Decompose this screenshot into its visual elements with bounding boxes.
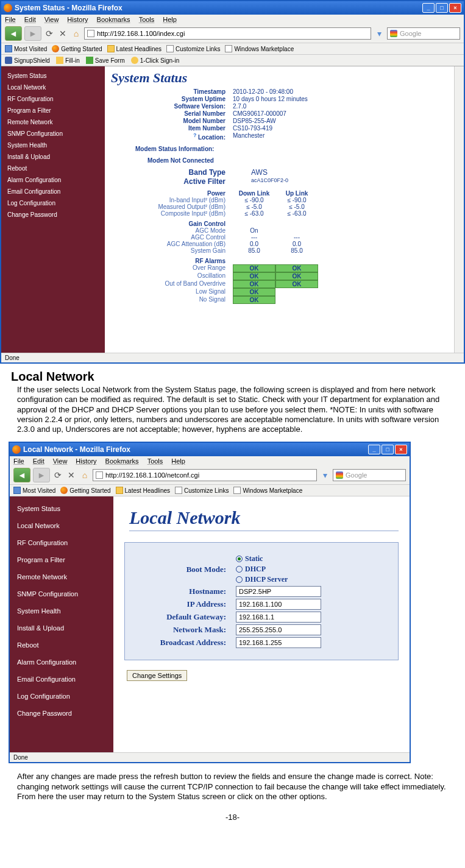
forward-button[interactable]: ► (24, 26, 41, 41)
sidebar-item-rf-config[interactable]: RF Configuration (1, 93, 105, 105)
downlink-hdr: Down Link (233, 190, 275, 197)
menu-file[interactable]: File (5, 16, 16, 23)
minimize-button[interactable]: _ (368, 445, 380, 454)
menu-tools[interactable]: Tools (147, 457, 163, 465)
document-body-2: After any changes are made press the ref… (0, 768, 465, 806)
window-system-status: System Status - Mozilla Firefox _ □ × Fi… (0, 0, 465, 364)
url-input-2[interactable]: http://192.168.1.100/netconf.cgi (93, 469, 317, 481)
sidebar-item-rf-config[interactable]: RF Configuration (10, 534, 113, 551)
sidebar-item-change-password[interactable]: Change Password (10, 705, 113, 722)
menu-edit[interactable]: Edit (24, 16, 36, 23)
stop-icon[interactable]: ✕ (57, 28, 68, 39)
search-input[interactable]: Google (387, 27, 460, 40)
bm-1click[interactable]: 1-Click Sign-in (131, 57, 179, 64)
band-label: Band Type (111, 168, 233, 177)
sidebar-item-system-health[interactable]: System Health (1, 139, 105, 151)
form-field-input[interactable]: 192.168.1.100 (236, 599, 321, 610)
gain-row-uplink: 0.0 (275, 241, 318, 247)
forward-button[interactable]: ► (33, 468, 50, 482)
bm-most-visited[interactable]: Most Visited (13, 487, 55, 494)
change-settings-button[interactable]: Change Settings (127, 670, 187, 681)
menu-bookmarks[interactable]: Bookmarks (97, 16, 130, 23)
form-field-input[interactable]: 255.255.255.0 (236, 624, 321, 635)
sidebar-item-email-config[interactable]: Email Configuration (10, 671, 113, 688)
radio-static[interactable]: Static (236, 554, 288, 563)
sidebar-item-reboot[interactable]: Reboot (10, 637, 113, 654)
form-field-input[interactable]: DSP2.5HP (236, 586, 321, 597)
sidebar-item-change-password[interactable]: Change Password (1, 209, 105, 221)
sidebar-item-alarm-config[interactable]: Alarm Configuration (1, 174, 105, 186)
vertical-scrollbar[interactable] (454, 66, 464, 353)
close-button[interactable]: × (395, 445, 407, 454)
swver-value: 2.7.0 (233, 103, 246, 110)
sidebar-item-system-status[interactable]: System Status (10, 500, 113, 517)
form-field-input[interactable]: 192.168.1.1 (236, 612, 321, 623)
menu-history[interactable]: History (67, 16, 88, 23)
uptime-label: System Uptime (111, 96, 233, 102)
sidebar-item-remote-network[interactable]: Remote Network (1, 116, 105, 128)
sidebar-item-reboot[interactable]: Reboot (1, 163, 105, 174)
maximize-button[interactable]: □ (436, 3, 448, 13)
close-button[interactable]: × (449, 3, 461, 13)
power-row-downlink: ≤ -5.0 (233, 203, 275, 210)
sidebar-item-alarm-config[interactable]: Alarm Configuration (10, 654, 113, 671)
sidebar-item-local-network[interactable]: Local Network (1, 82, 105, 93)
radio-icon (236, 556, 243, 562)
form-field-input[interactable]: 192.168.1.255 (236, 637, 321, 648)
bm-most-visited[interactable]: Most Visited (5, 45, 47, 52)
sidebar-item-program-filter[interactable]: Program a Filter (1, 105, 105, 116)
feed-icon[interactable]: ▾ (374, 28, 385, 39)
menu-tools[interactable]: Tools (139, 16, 155, 23)
bm-fillin[interactable]: Fill-in (56, 57, 80, 64)
bm-customize-links[interactable]: Customize Links (175, 487, 229, 494)
bm-saveform[interactable]: Save Form (86, 57, 125, 64)
menu-bookmarks[interactable]: Bookmarks (105, 457, 139, 465)
uplink-hdr: Up Link (275, 190, 318, 197)
bm-getting-started[interactable]: Getting Started (60, 487, 110, 494)
url-input[interactable]: http://192.168.1.100/index.cgi (84, 27, 371, 40)
sidebar-item-install-upload[interactable]: Install & Upload (1, 151, 105, 163)
bm-latest-headlines[interactable]: Latest Headlines (116, 487, 171, 494)
sidebar-item-snmp-config[interactable]: SNMP Configuration (10, 585, 113, 602)
bm-customize-links[interactable]: Customize Links (166, 45, 220, 52)
bm-signupshield[interactable]: SignupShield (5, 57, 50, 64)
sidebar-item-snmp-config[interactable]: SNMP Configuration (1, 128, 105, 139)
menu-edit[interactable]: Edit (33, 457, 44, 465)
sidebar-item-system-status[interactable]: System Status (1, 70, 105, 82)
back-button[interactable]: ◄ (13, 468, 30, 482)
menu-view[interactable]: View (44, 16, 59, 23)
search-input-2[interactable]: Google (333, 469, 406, 481)
sidebar-item-log-config[interactable]: Log Configuration (1, 197, 105, 209)
power-row-label: Measured Output² (dBm) (111, 203, 233, 210)
power-row-downlink: ≤ -63.0 (233, 210, 275, 217)
back-button[interactable]: ◄ (5, 26, 22, 41)
maximize-button[interactable]: □ (382, 445, 394, 454)
home-icon[interactable]: ⌂ (79, 470, 90, 481)
folder-icon (107, 45, 115, 52)
reload-icon[interactable]: ⟳ (44, 28, 55, 39)
home-icon[interactable]: ⌂ (71, 28, 82, 39)
radio-dhcp[interactable]: DHCP (236, 565, 288, 574)
radio-dhcp-server[interactable]: DHCP Server (236, 575, 288, 584)
sidebar-item-local-network[interactable]: Local Network (10, 517, 113, 534)
sidebar-item-log-config[interactable]: Log Configuration (10, 688, 113, 705)
menu-help[interactable]: Help (171, 457, 185, 465)
bm-latest-headlines[interactable]: Latest Headlines (107, 45, 162, 52)
menu-history[interactable]: History (76, 457, 96, 465)
stop-icon[interactable]: ✕ (66, 470, 77, 481)
bm-getting-started[interactable]: Getting Started (52, 45, 102, 52)
reload-icon[interactable]: ⟳ (52, 470, 63, 481)
sidebar-item-system-health[interactable]: System Health (10, 602, 113, 619)
minimize-button[interactable]: _ (422, 3, 435, 13)
menu-view[interactable]: View (53, 457, 68, 465)
bm-windows-marketplace[interactable]: Windows Marketplace (233, 487, 302, 494)
menu-file[interactable]: File (13, 457, 24, 465)
menu-help[interactable]: Help (163, 16, 177, 23)
sidebar-item-email-config[interactable]: Email Configuration (1, 186, 105, 197)
sidebar-item-program-filter[interactable]: Program a Filter (10, 551, 113, 568)
feed-icon[interactable]: ▾ (319, 470, 330, 481)
bm-windows-marketplace[interactable]: Windows Marketplace (225, 45, 294, 52)
sidebar-item-remote-network[interactable]: Remote Network (10, 568, 113, 585)
content-area: System Status Local Network RF Configura… (1, 66, 464, 353)
sidebar-item-install-upload[interactable]: Install & Upload (10, 619, 113, 637)
